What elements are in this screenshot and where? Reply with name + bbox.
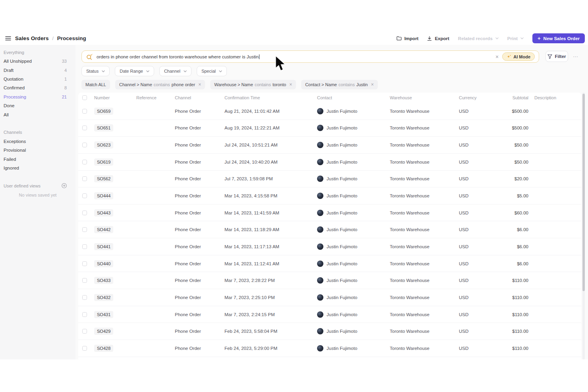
cell-warehouse: Toronto Warehouse bbox=[390, 261, 459, 266]
match-all-chip[interactable]: Match ALL bbox=[81, 80, 110, 89]
cell-subtotal: $6.00 bbox=[503, 244, 528, 249]
filter-dropdown-date-range[interactable]: Date Range bbox=[115, 66, 154, 76]
row-checkbox[interactable] bbox=[82, 109, 87, 114]
table-row[interactable]: SO442Phone OrderMar 14, 2023, 11:18:29 A… bbox=[78, 221, 581, 238]
table-row[interactable]: SO428Phone OrderFeb 24, 2023, 5:29:00 PM… bbox=[78, 340, 581, 357]
sidebar-item-count: 1 bbox=[64, 77, 67, 81]
contact-avatar bbox=[317, 210, 323, 216]
cell-channel: Phone Order bbox=[175, 346, 224, 351]
remove-chip-icon[interactable]: × bbox=[289, 82, 292, 87]
table-row[interactable]: SO619Phone OrderJul 24, 2024, 10:40:20 A… bbox=[78, 154, 581, 171]
filter-dropdown-status[interactable]: Status bbox=[81, 66, 110, 76]
sidebar-item-processing[interactable]: Processing21 bbox=[0, 93, 75, 101]
table-row[interactable]: SO562Phone OrderJul 7, 2023, 1:59:08 PMJ… bbox=[78, 171, 581, 188]
cell-subtotal: $50.00 bbox=[503, 160, 528, 164]
row-checkbox[interactable] bbox=[82, 210, 87, 215]
import-button[interactable]: Import bbox=[397, 36, 419, 41]
column-header-number[interactable]: Number bbox=[94, 95, 136, 100]
cell-number: SO619 bbox=[94, 158, 136, 166]
column-header-reference[interactable]: Reference bbox=[136, 95, 175, 100]
cell-warehouse: Toronto Warehouse bbox=[390, 312, 459, 317]
row-checkbox[interactable] bbox=[82, 176, 87, 181]
cell-contact: Justin Fujimoto bbox=[317, 261, 390, 267]
sidebar-item-failed[interactable]: Failed bbox=[0, 155, 75, 164]
sidebar-item-ignored[interactable]: Ignored bbox=[0, 164, 75, 172]
row-checkbox[interactable] bbox=[82, 244, 87, 249]
scrollbar-thumb[interactable] bbox=[582, 94, 585, 291]
sidebar-item-done[interactable]: Done bbox=[0, 101, 75, 110]
funnel-icon bbox=[547, 54, 552, 59]
row-checkbox[interactable] bbox=[82, 346, 87, 351]
sidebar-item-draft[interactable]: Draft4 bbox=[0, 66, 75, 74]
filter-dropdown-special[interactable]: Special bbox=[197, 66, 227, 76]
sidebar-item-exceptions[interactable]: Exceptions bbox=[0, 137, 75, 146]
row-checkbox[interactable] bbox=[82, 278, 87, 283]
table-row[interactable]: SO441Phone OrderMar 14, 2023, 11:17:13 A… bbox=[78, 238, 581, 255]
clear-search-icon[interactable]: × bbox=[492, 54, 502, 60]
sidebar-item-provisional[interactable]: Provisional bbox=[0, 146, 75, 154]
row-checkbox-cell bbox=[78, 126, 94, 130]
sidebar-item-confirmed[interactable]: Confirmed8 bbox=[0, 83, 75, 92]
column-header-contact[interactable]: Contact bbox=[317, 95, 390, 100]
table-row[interactable]: SO431Phone OrderMar 7, 2023, 2:24:15 PMJ… bbox=[78, 306, 581, 323]
row-checkbox[interactable] bbox=[82, 329, 87, 334]
row-checkbox[interactable] bbox=[82, 143, 87, 147]
column-header-confirmation-time[interactable]: Confirmation Time bbox=[224, 95, 317, 100]
filter-button[interactable]: Filter bbox=[545, 51, 568, 62]
more-options-icon[interactable]: ⋯ bbox=[571, 51, 580, 62]
remove-chip-icon[interactable]: × bbox=[371, 82, 374, 87]
ai-search-input[interactable]: orders in phone order channel from toron… bbox=[81, 50, 539, 63]
column-header-currency[interactable]: Currency bbox=[459, 95, 503, 100]
sidebar-item-quotation[interactable]: Quotation1 bbox=[0, 75, 75, 83]
sidebar-item-all-unshipped[interactable]: All Unshipped33 bbox=[0, 57, 75, 66]
table-row[interactable]: SO444Phone OrderMar 14, 2023, 4:15:58 PM… bbox=[78, 187, 581, 205]
ai-mode-toggle[interactable]: AI Mode bbox=[502, 52, 535, 61]
table-row[interactable]: SO623Phone OrderJul 24, 2024, 10:51:21 A… bbox=[78, 137, 581, 154]
cell-number: SO444 bbox=[94, 192, 136, 199]
column-header-description[interactable]: Description bbox=[534, 95, 581, 100]
export-button[interactable]: Export bbox=[427, 36, 449, 41]
cell-currency: USD bbox=[459, 227, 503, 232]
contact-avatar bbox=[317, 345, 323, 351]
row-checkbox[interactable] bbox=[82, 126, 87, 130]
table-row[interactable]: SO429Phone OrderFeb 24, 2023, 5:58:04 PM… bbox=[78, 323, 581, 340]
table-row[interactable]: SO443Phone OrderMar 14, 2023, 11:41:59 A… bbox=[78, 205, 581, 222]
remove-chip-icon[interactable]: × bbox=[198, 82, 201, 87]
print-button: Print bbox=[507, 36, 524, 41]
header-actions: Import Export Related records Print + Ne… bbox=[397, 32, 585, 45]
row-checkbox[interactable] bbox=[82, 261, 87, 266]
cell-subtotal: $6.00 bbox=[503, 261, 528, 266]
menu-icon[interactable] bbox=[4, 34, 12, 43]
column-header-warehouse[interactable]: Warehouse bbox=[390, 95, 459, 100]
add-view-icon[interactable] bbox=[61, 183, 67, 189]
cell-number: SO431 bbox=[94, 311, 136, 318]
breadcrumb-section[interactable]: Sales Orders bbox=[15, 35, 49, 41]
column-header-subtotal[interactable]: Subtotal bbox=[503, 95, 528, 100]
related-records-button: Related records bbox=[458, 36, 499, 41]
contact-name: Justin Fujimoto bbox=[327, 193, 357, 198]
table-row[interactable]: SO651Phone OrderAug 19, 2024, 11:22:21 A… bbox=[78, 120, 581, 137]
row-checkbox[interactable] bbox=[82, 193, 87, 198]
sidebar-group-header: Channels bbox=[0, 128, 75, 137]
contact-avatar bbox=[317, 277, 323, 284]
row-checkbox[interactable] bbox=[82, 227, 87, 232]
sidebar-item-all[interactable]: All bbox=[0, 110, 75, 119]
filter-chip[interactable]: Channel > Namecontainsphone order× bbox=[115, 80, 205, 89]
select-all-checkbox[interactable] bbox=[82, 95, 87, 100]
contact-avatar bbox=[317, 311, 323, 318]
new-sales-order-button[interactable]: + New Sales Order bbox=[532, 33, 585, 43]
chip-value: Justin bbox=[356, 82, 368, 87]
filter-chip[interactable]: Warehouse > Namecontainstoronto× bbox=[210, 80, 296, 89]
row-checkbox[interactable] bbox=[82, 160, 87, 164]
cell-warehouse: Toronto Warehouse bbox=[390, 126, 459, 130]
row-checkbox[interactable] bbox=[82, 295, 87, 300]
filter-dropdown-channel[interactable]: Channel bbox=[159, 66, 191, 76]
table-row[interactable]: SO432Phone OrderMar 7, 2023, 2:25:10 PMJ… bbox=[78, 289, 581, 306]
cell-number: SO623 bbox=[94, 141, 136, 149]
row-checkbox[interactable] bbox=[82, 312, 87, 317]
column-header-channel[interactable]: Channel bbox=[175, 95, 224, 100]
filter-chip[interactable]: Contact > NamecontainsJustin× bbox=[301, 80, 378, 89]
table-row[interactable]: SO433Phone OrderMar 7, 2023, 2:28:22 PMJ… bbox=[78, 272, 581, 289]
table-row[interactable]: SO440Phone OrderMar 14, 2023, 11:12:41 A… bbox=[78, 255, 581, 272]
table-row[interactable]: SO659Phone OrderAug 21, 2024, 11:01:42 A… bbox=[78, 103, 581, 120]
